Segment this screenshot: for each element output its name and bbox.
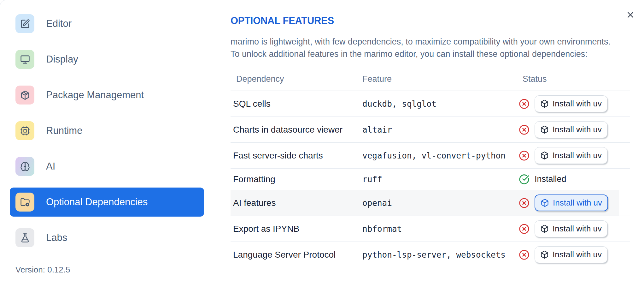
sidebar-item-label: Optional Dependencies xyxy=(46,196,148,208)
table-row: Formatting ruff Installed xyxy=(231,168,630,190)
panel-description-line1: marimo is lightweight, with few dependen… xyxy=(231,36,611,48)
sidebar-item[interactable]: Runtime xyxy=(10,116,204,145)
install-button-label: Install with uv xyxy=(553,250,602,260)
circle-x-icon xyxy=(519,99,530,109)
circle-x-icon xyxy=(519,224,530,234)
install-with-uv-button[interactable]: Install with uv xyxy=(535,95,607,112)
box-icon xyxy=(541,199,549,207)
dependency-cell: AI features xyxy=(231,198,362,208)
feature-cell: python-lsp-server, websockets xyxy=(362,250,519,260)
feature-cell: duckdb, sqlglot xyxy=(362,99,519,109)
sidebar-item-icon-box xyxy=(15,50,34,69)
status-cell: Install with uv xyxy=(519,246,630,263)
install-button-label: Install with uv xyxy=(553,198,602,208)
box-icon xyxy=(540,99,549,108)
dependency-cell: Export as IPYNB xyxy=(231,224,362,234)
circle-x-icon xyxy=(519,124,530,135)
dependency-cell: Charts in datasource viewer xyxy=(231,125,362,135)
sidebar-item[interactable]: Labs xyxy=(10,223,204,252)
sidebar-item-icon-box xyxy=(15,14,34,33)
header-status: Status xyxy=(519,74,630,84)
feature-cell: altair xyxy=(362,125,519,135)
version-label: Version: 0.12.5 xyxy=(15,265,70,275)
sidebar-item-label: Runtime xyxy=(46,125,82,136)
box-icon xyxy=(540,250,549,259)
flask-icon xyxy=(20,233,30,243)
dependency-cell: Fast server-side charts xyxy=(231,151,362,161)
install-button-label: Install with uv xyxy=(553,151,602,160)
sidebar-item-icon-box xyxy=(15,121,34,140)
install-button-label: Install with uv xyxy=(553,224,602,234)
panel-title: OPTIONAL FEATURES xyxy=(231,15,334,27)
circle-check-icon xyxy=(519,174,530,185)
sidebar-item-label: Editor xyxy=(46,18,72,29)
install-button-label: Install with uv xyxy=(553,99,602,109)
install-with-uv-button[interactable]: Install with uv xyxy=(535,147,607,164)
box-icon xyxy=(540,151,549,160)
dependency-cell: Language Server Protocol xyxy=(231,250,362,260)
table-row: Charts in datasource viewer altair Insta… xyxy=(231,117,630,142)
table-row: Fast server-side charts vegafusion, vl-c… xyxy=(231,142,630,168)
sidebar-item[interactable]: Display xyxy=(10,45,204,74)
install-with-uv-button[interactable]: Install with uv xyxy=(535,246,607,263)
optional-features-panel: OPTIONAL FEATURES marimo is lightweight,… xyxy=(215,0,644,281)
sidebar-item-icon-box xyxy=(15,157,34,176)
installed-status-label: Installed xyxy=(535,174,566,184)
table-header-row: Dependency Feature Status xyxy=(231,67,630,91)
close-icon xyxy=(626,10,635,20)
circle-x-icon xyxy=(519,249,530,260)
status-cell: Install with uv xyxy=(519,194,630,211)
status-cell: Install with uv xyxy=(519,147,630,164)
sidebar-item[interactable]: Package Management xyxy=(10,81,204,110)
folder-cog-icon xyxy=(20,197,30,207)
install-with-uv-button[interactable]: Install with uv xyxy=(535,220,607,237)
cpu-icon xyxy=(20,126,30,136)
table-body: SQL cells duckdb, sqlglot Install with u… xyxy=(231,91,630,267)
box-icon xyxy=(540,125,549,134)
feature-cell: vegafusion, vl-convert-python xyxy=(362,151,519,160)
panel-description-line2: To unlock additional features in the mar… xyxy=(231,48,611,60)
dependency-cell: Formatting xyxy=(231,174,362,184)
sidebar-item-label: Labs xyxy=(46,232,67,243)
sidebar-item[interactable]: Editor xyxy=(10,9,204,38)
table-row: SQL cells duckdb, sqlglot Install with u… xyxy=(231,91,630,117)
table-row: Language Server Protocol python-lsp-serv… xyxy=(231,242,630,267)
status-cell: Install with uv xyxy=(519,95,630,112)
install-button-label: Install with uv xyxy=(553,125,602,135)
circle-x-icon xyxy=(519,150,530,161)
table-row: AI features openai Install with uv xyxy=(231,190,630,216)
install-with-uv-button[interactable]: Install with uv xyxy=(535,121,607,138)
feature-cell: openai xyxy=(362,198,519,208)
sidebar-item[interactable]: Optional Dependencies xyxy=(10,188,204,217)
box-icon xyxy=(540,224,549,233)
status-cell: Installed xyxy=(519,174,630,185)
settings-dialog: Editor Display Package Management Runtim… xyxy=(0,0,644,281)
sidebar-item-icon-box xyxy=(15,193,34,212)
sidebar-item-icon-box xyxy=(15,228,34,247)
header-dependency: Dependency xyxy=(231,74,362,84)
table-row: Export as IPYNB nbformat Install with uv xyxy=(231,216,630,242)
header-feature: Feature xyxy=(362,74,519,84)
status-cell: Install with uv xyxy=(519,121,630,138)
feature-cell: ruff xyxy=(362,175,519,184)
dependencies-table: Dependency Feature Status SQL cells duck… xyxy=(231,67,630,267)
sidebar-item-icon-box xyxy=(15,86,34,105)
sidebar-item-label: Display xyxy=(46,54,78,65)
sidebar-item-label: AI xyxy=(46,161,55,172)
sidebar-item-list: Editor Display Package Management Runtim… xyxy=(0,9,215,252)
install-with-uv-button[interactable]: Install with uv xyxy=(535,194,608,211)
circle-x-icon xyxy=(519,198,530,208)
square-pen-icon xyxy=(20,19,30,29)
sidebar-item[interactable]: AI xyxy=(10,152,204,181)
monitor-icon xyxy=(20,55,30,64)
panel-description: marimo is lightweight, with few dependen… xyxy=(231,36,611,60)
status-cell: Install with uv xyxy=(519,220,630,237)
sidebar-item-label: Package Management xyxy=(46,89,144,101)
package-icon xyxy=(20,90,30,100)
feature-cell: nbformat xyxy=(362,224,519,234)
dependency-cell: SQL cells xyxy=(231,99,362,109)
close-button[interactable] xyxy=(624,9,637,21)
settings-sidebar: Editor Display Package Management Runtim… xyxy=(0,0,215,281)
brain-icon xyxy=(20,162,30,171)
